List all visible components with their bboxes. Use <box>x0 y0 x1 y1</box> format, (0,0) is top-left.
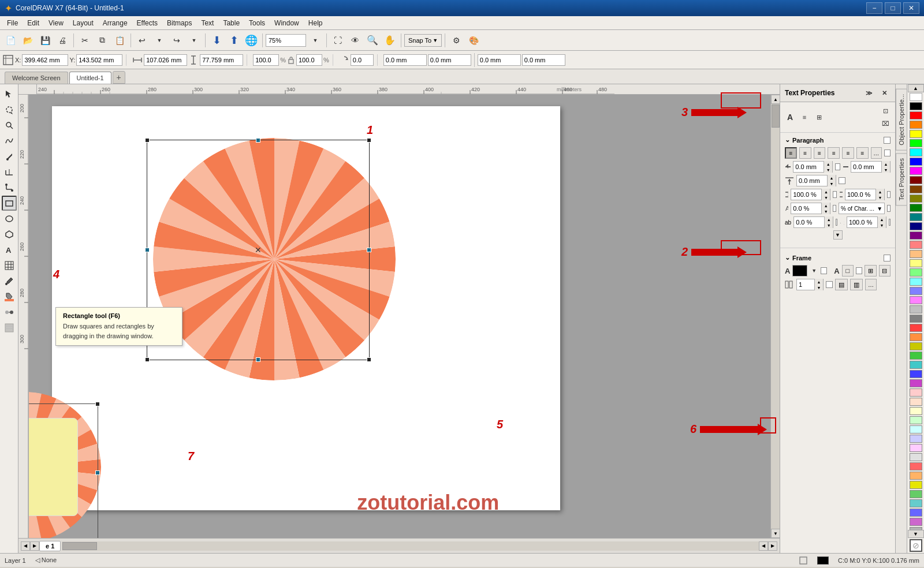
ls-up[interactable]: ▲ <box>822 189 830 195</box>
lang-spacing-spinner[interactable]: ▲ ▼ <box>791 203 830 214</box>
save-btn[interactable]: 💾 <box>37 32 53 48</box>
line-spacing2-input[interactable] <box>845 189 875 200</box>
canvas-area[interactable]: ✕ ✕ <box>29 95 770 538</box>
zoom-input[interactable]: 75% <box>266 34 306 47</box>
add-tab-btn[interactable]: + <box>113 71 125 84</box>
baseline-spinner[interactable]: ▲ ▼ <box>793 216 833 228</box>
color-swatch-22[interactable] <box>910 296 922 304</box>
scroll-up-btn[interactable]: ▲ <box>771 95 780 104</box>
new-btn[interactable]: 📄 <box>2 32 18 48</box>
color-swatch-41[interactable] <box>910 472 922 480</box>
align-more-btn[interactable]: … <box>871 147 882 159</box>
frame-checkbox[interactable] <box>884 255 891 261</box>
pos-x2[interactable] <box>478 54 521 66</box>
menu-item-help[interactable]: Help <box>304 16 327 29</box>
fill-tool[interactable] <box>2 289 17 304</box>
color-swatch-12[interactable] <box>910 204 922 212</box>
color-swatch-14[interactable] <box>910 222 922 230</box>
align-checkbox[interactable] <box>884 150 891 156</box>
scroll-thumb-v[interactable] <box>772 104 780 128</box>
page-scroll-left[interactable]: ◀ <box>21 541 30 551</box>
panel-close-btn[interactable]: ✕ <box>878 87 891 99</box>
scale-w-input[interactable] <box>253 54 279 66</box>
line-spacing-input[interactable] <box>791 189 821 200</box>
menu-item-view[interactable]: View <box>44 16 68 29</box>
blend-tool[interactable] <box>2 305 17 320</box>
frame-color-picker[interactable] <box>792 265 807 276</box>
minimize-btn[interactable]: − <box>866 2 882 14</box>
frame-btn2[interactable]: ⊞ <box>865 265 876 276</box>
frame-col-btn1[interactable]: ▤ <box>835 279 848 290</box>
bl-up[interactable]: ▲ <box>825 216 833 222</box>
color-swatch-40[interactable] <box>910 462 922 470</box>
color-swatch-23[interactable] <box>910 305 922 313</box>
color-swatch-28[interactable] <box>910 352 922 360</box>
indent-left-input[interactable] <box>793 162 824 172</box>
panel-icon-1[interactable]: ≫ <box>863 87 875 99</box>
table-tool[interactable] <box>2 258 17 273</box>
icon-right-2[interactable]: ⌧ <box>879 117 892 130</box>
cut-btn[interactable]: ✂ <box>77 32 93 48</box>
lang-cb[interactable] <box>833 205 836 212</box>
paragraph-checkbox[interactable] <box>884 137 891 144</box>
scroll-down-btn[interactable]: ▼ <box>771 529 780 538</box>
snap-to[interactable]: Snap To ▼ <box>404 34 442 47</box>
artistic-media-tool[interactable] <box>2 149 17 164</box>
scale-h-input[interactable] <box>296 54 322 66</box>
options-btn[interactable]: ⚙ <box>448 32 464 48</box>
align-left-btn[interactable]: ≡ <box>785 147 797 159</box>
color-swatch-21[interactable] <box>910 287 922 295</box>
ellipse-tool[interactable] <box>2 211 17 226</box>
color-swatch-42[interactable] <box>910 481 922 489</box>
doc-tab[interactable]: Untitled-1 <box>69 72 111 84</box>
menu-item-layout[interactable]: Layout <box>68 16 98 29</box>
char-type-dropdown[interactable]: % of Char. ... ▼ <box>839 203 885 214</box>
angle-input[interactable] <box>351 54 374 66</box>
color-swatch-27[interactable] <box>910 342 922 350</box>
color-swatch-31[interactable] <box>910 379 922 387</box>
ls2-up[interactable]: ▲ <box>876 189 884 195</box>
hy-up[interactable]: ▲ <box>878 216 886 222</box>
color-swatch-46[interactable] <box>910 518 922 526</box>
char-type-cb[interactable] <box>887 205 891 212</box>
select-tool[interactable] <box>2 87 17 102</box>
align-center-btn[interactable]: ≡ <box>799 147 811 159</box>
lang-up[interactable]: ▲ <box>822 203 830 208</box>
frame-btn3[interactable]: ⊟ <box>879 265 891 276</box>
open-btn[interactable]: 📂 <box>20 32 36 48</box>
align-force-btn[interactable]: ≡ <box>842 147 854 159</box>
pos-y2[interactable] <box>522 54 565 66</box>
ls2-cb[interactable] <box>887 191 891 198</box>
space-before-dn[interactable]: ▼ <box>828 181 836 186</box>
baseline-input[interactable] <box>794 217 824 227</box>
transparency-tool[interactable] <box>2 320 17 335</box>
menu-item-tools[interactable]: Tools <box>244 16 270 29</box>
hy-cb[interactable] <box>889 219 891 226</box>
menu-item-text[interactable]: Text <box>196 16 218 29</box>
color-swatch-10[interactable] <box>910 185 922 193</box>
pos-y1[interactable] <box>428 54 471 66</box>
color-swatch-35[interactable] <box>910 416 922 424</box>
height-input[interactable] <box>200 54 243 66</box>
space-before-spinner[interactable]: ▲ ▼ <box>796 175 836 186</box>
page-tab-1[interactable]: e 1 <box>39 541 61 551</box>
polygon-tool[interactable] <box>2 227 17 242</box>
frame-a-cb[interactable] <box>856 267 862 274</box>
text-tool[interactable]: A <box>2 242 17 257</box>
indent-left-spinner[interactable]: ▲ ▼ <box>793 161 833 173</box>
space-before-up[interactable]: ▲ <box>828 175 836 181</box>
space-before-input[interactable] <box>797 175 827 186</box>
hy-dn[interactable]: ▼ <box>878 222 886 228</box>
color-swatch-15[interactable] <box>910 231 922 240</box>
color-swatch-8[interactable] <box>910 167 922 175</box>
palette-scroll-up[interactable]: ▲ <box>908 84 924 92</box>
line-spacing2-spinner[interactable]: ▲ ▼ <box>845 189 885 200</box>
font-type-serif[interactable]: A <box>784 111 796 124</box>
rectangle-tool[interactable] <box>2 196 17 211</box>
color-swatch-45[interactable] <box>910 509 922 517</box>
color-swatch-43[interactable] <box>910 490 922 498</box>
close-btn[interactable]: ✕ <box>903 2 919 14</box>
font-type-frame[interactable]: ⊞ <box>813 111 825 124</box>
menu-item-file[interactable]: File <box>2 16 23 29</box>
color-swatch-38[interactable] <box>910 444 922 452</box>
